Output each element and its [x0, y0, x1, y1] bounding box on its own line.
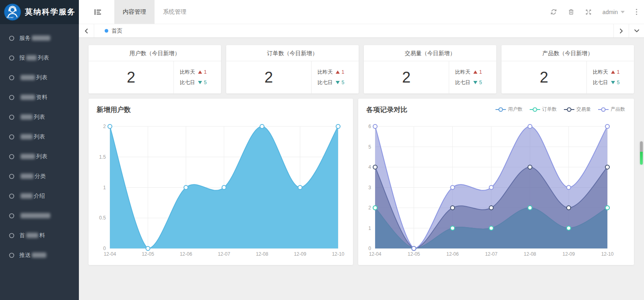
- legend-item-产品数[interactable]: 产品数: [598, 106, 625, 113]
- sidebar-item-label: 列表: [19, 153, 47, 160]
- page-scrollbar-thumb[interactable]: [640, 141, 643, 165]
- tags-menu-icon[interactable]: [629, 24, 644, 37]
- legend-marker-icon: [564, 107, 574, 112]
- sidebar-item-12[interactable]: 推送: [0, 245, 79, 265]
- sidebar-item-8[interactable]: 分类: [0, 166, 79, 186]
- tag-home[interactable]: 首页: [105, 24, 122, 37]
- sidebar-item-2[interactable]: 报列表: [0, 48, 79, 68]
- brand-title: 莫纳科学服务: [25, 7, 76, 17]
- svg-text:12-06: 12-06: [180, 251, 192, 257]
- sidebar-item-label: 服务: [19, 35, 52, 42]
- tab-system-management[interactable]: 系统管理: [155, 0, 195, 24]
- stat-delta-row: 比昨天1: [593, 69, 634, 76]
- tags-scroll-right-icon[interactable]: [613, 24, 629, 37]
- svg-text:12-10: 12-10: [601, 251, 614, 257]
- stat-delta-row: 比七日5: [318, 79, 359, 86]
- sidebar-item-label: 列表: [19, 74, 47, 81]
- sidebar-item-label: 列表: [19, 114, 45, 121]
- redacted-text: [21, 193, 33, 199]
- legend-item-交易量[interactable]: 交易量: [564, 106, 591, 113]
- legend-item-用户数[interactable]: 用户数: [495, 106, 522, 113]
- stat-delta-row: 比七日5: [180, 79, 221, 86]
- legend-label: 产品数: [611, 106, 625, 113]
- svg-text:12-09: 12-09: [562, 251, 575, 257]
- triangle-up-icon: [473, 70, 477, 74]
- svg-text:1.5: 1.5: [99, 154, 106, 160]
- tags-scroll-left-icon[interactable]: [79, 24, 94, 37]
- sidebar-item-10[interactable]: [0, 206, 79, 226]
- sidebar-item-label: 报列表: [19, 54, 49, 62]
- svg-text:12-07: 12-07: [218, 251, 230, 257]
- redacted-text: [21, 174, 33, 179]
- trash-icon[interactable]: [568, 8, 574, 15]
- sidebar-item-4[interactable]: 资料: [0, 87, 79, 107]
- svg-text:12-06: 12-06: [446, 251, 459, 257]
- fullscreen-icon[interactable]: [585, 9, 592, 15]
- sidebar-item-label: 首料: [19, 232, 45, 239]
- svg-text:1: 1: [103, 185, 106, 190]
- stat-delta-row: 比昨天1: [455, 69, 496, 76]
- svg-text:12-08: 12-08: [524, 251, 536, 257]
- circle-icon: [9, 55, 14, 61]
- svg-text:0: 0: [368, 246, 371, 251]
- circle-icon: [9, 233, 14, 238]
- user-menu[interactable]: admin: [603, 9, 625, 15]
- stat-delta-value: 5: [479, 80, 482, 85]
- triangle-up-icon: [611, 70, 615, 74]
- stat-card-title: 订单数（今日新增）: [226, 45, 359, 61]
- triangle-up-icon: [336, 70, 340, 74]
- circle-icon: [9, 252, 14, 258]
- top-navbar: 内容管理 系统管理: [79, 0, 644, 24]
- sidebar-item-6[interactable]: 列表: [0, 127, 79, 147]
- sidebar-item-7[interactable]: 列表: [0, 147, 79, 166]
- legend-marker-icon: [530, 107, 540, 112]
- brand-logo-subtext: Monad: [6, 16, 14, 19]
- brand-logo-icon: Monad: [4, 3, 21, 21]
- legend-label: 用户数: [508, 106, 522, 113]
- redacted-text: [26, 55, 37, 60]
- refresh-icon[interactable]: [550, 8, 557, 15]
- svg-text:3: 3: [368, 185, 371, 190]
- stat-delta-label: 比七日: [180, 79, 195, 86]
- chart1-svg: 012345612-0412-0512-0612-0712-0812-0912-…: [358, 99, 634, 265]
- area-chart-new-users: 00.511.5212-0412-0512-0612-0712-0812-091…: [89, 99, 353, 265]
- stat-delta-label: 比七日: [593, 79, 608, 86]
- chart-legend: 用户数订单数交易量产品数: [495, 106, 625, 113]
- sidebar-item-9[interactable]: 介绍: [0, 186, 79, 206]
- triangle-down-icon: [198, 81, 202, 84]
- svg-text:12-05: 12-05: [408, 251, 420, 257]
- sidebar-item-label: 列表: [19, 133, 45, 141]
- sidebar-item-label: [19, 213, 52, 218]
- more-dots-icon[interactable]: [636, 8, 638, 15]
- tag-spacer: [122, 24, 613, 37]
- circle-icon: [9, 95, 14, 100]
- dashboard-content: 用户数（今日新增）2比昨天1比七日5订单数（今日新增）2比昨天1比七日5交易量（…: [79, 38, 644, 300]
- brand[interactable]: Monad 莫纳科学服务: [0, 0, 79, 24]
- stat-deltas: 比昨天1比七日5: [586, 61, 634, 93]
- stat-delta-label: 比昨天: [180, 69, 195, 76]
- sidebar-item-3[interactable]: 列表: [0, 68, 79, 87]
- sidebar-item-11[interactable]: 首料: [0, 226, 79, 245]
- app-root: Monad 莫纳科学服务 服务报列表列表资料列表列表列表分类介绍首料推送 内容管…: [0, 0, 644, 300]
- svg-text:0.5: 0.5: [99, 215, 106, 221]
- stat-delta-label: 比昨天: [593, 69, 608, 76]
- legend-item-订单数[interactable]: 订单数: [530, 106, 557, 113]
- stat-delta-value: 1: [617, 69, 620, 75]
- stat-card-body: 2比昨天1比七日5: [226, 61, 359, 93]
- circle-icon: [9, 75, 14, 81]
- svg-text:4: 4: [368, 164, 371, 170]
- chart-card-new-users: 新增用户数 00.511.5212-0412-0512-0612-0712-08…: [89, 99, 353, 265]
- chart0-svg: 00.511.5212-0412-0512-0612-0712-0812-091…: [89, 99, 353, 265]
- redacted-text: [32, 35, 50, 41]
- tab-content-management[interactable]: 内容管理: [114, 0, 155, 24]
- sidebar-item-1[interactable]: 服务: [0, 28, 79, 48]
- stat-value: 2: [502, 61, 586, 93]
- redacted-text: [21, 114, 33, 120]
- sidebar-menu: 服务报列表列表资料列表列表列表分类介绍首料推送: [0, 24, 79, 265]
- collapse-sidebar-icon[interactable]: [94, 9, 101, 15]
- stat-card-body: 2比昨天1比七日5: [364, 61, 496, 93]
- sidebar-item-5[interactable]: 列表: [0, 107, 79, 127]
- active-tag-dot: [105, 29, 108, 33]
- circle-icon: [9, 174, 14, 179]
- stat-deltas: 比昨天1比七日5: [311, 61, 359, 93]
